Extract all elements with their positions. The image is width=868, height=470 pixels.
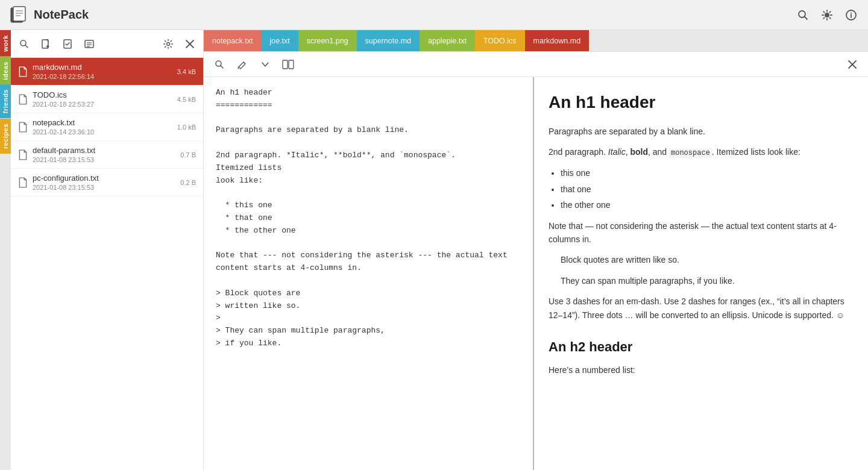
svg-line-34 [221, 66, 223, 68]
file-item[interactable]: TODO.ics 2021-02-18 22:53:27 4.5 kB [11, 86, 203, 113]
sidebar-tab-recipes[interactable]: recipes [0, 119, 11, 154]
svg-point-30 [167, 42, 170, 45]
tab-markdown[interactable]: markdown.md [525, 30, 590, 51]
tab-notepack[interactable]: notepack.txt [204, 30, 261, 51]
blockquote-p1: Block quotes are written like so. [561, 253, 854, 266]
file-name: default-params.txt [33, 146, 175, 155]
file-name: TODO.ics [33, 90, 172, 99]
app-name: NotePack [34, 8, 89, 22]
file-name: markdown.md [33, 63, 172, 72]
raw-editor[interactable]: An h1 header ============ Paragraphs are… [204, 77, 534, 470]
blockquote-p2: They can span multiple paragraphs, if yo… [561, 274, 854, 287]
svg-line-15 [823, 17, 824, 18]
editor-toolbar [204, 52, 868, 77]
file-item[interactable]: markdown.md 2021-02-18 22:56:14 3.4 kB [11, 58, 203, 86]
editor-split: An h1 header ============ Paragraphs are… [204, 77, 868, 470]
list-icon[interactable] [81, 36, 98, 52]
preview-list: this one that one the other one [561, 166, 854, 212]
file-meta: default-params.txt 2021-01-08 23:15:53 [33, 146, 175, 163]
svg-line-35 [244, 62, 245, 64]
file-item[interactable]: default-params.txt 2021-01-08 23:15:53 0… [11, 141, 203, 169]
file-icon [18, 122, 28, 133]
panel-close-icon[interactable] [181, 36, 198, 52]
svg-point-18 [851, 12, 852, 13]
preview-panel: An h1 header Paragraphs are separated by… [534, 77, 868, 470]
info-icon[interactable] [844, 8, 858, 22]
svg-point-7 [825, 13, 829, 17]
svg-rect-1 [13, 7, 25, 21]
svg-line-20 [25, 45, 28, 48]
file-size: 3.4 kB [177, 68, 196, 75]
app-logo: NotePack [10, 5, 89, 25]
list-item: that one [561, 183, 854, 196]
editor-search-icon[interactable] [211, 56, 228, 73]
svg-line-36 [238, 67, 239, 69]
svg-rect-38 [289, 60, 294, 69]
file-date: 2021-01-08 23:15:53 [33, 156, 175, 163]
main-layout: work ideas friends recipes [0, 30, 868, 470]
svg-line-14 [829, 11, 830, 12]
svg-line-6 [805, 16, 808, 19]
editor-close-icon[interactable] [844, 56, 861, 73]
svg-line-13 [829, 17, 830, 18]
sidebar-tab-ideas[interactable]: ideas [0, 57, 11, 85]
preview-blockquote: Block quotes are written like so. They c… [549, 253, 854, 287]
file-icon [18, 177, 28, 188]
preview-p2: 2nd paragraph. Italic, bold, and monospa… [549, 145, 854, 159]
list-item: the other one [561, 198, 854, 212]
file-size: 0.7 B [180, 151, 196, 158]
tab-joe[interactable]: joe.txt [261, 30, 298, 51]
tab-bar: notepack.txt joe.txt screen1.png superno… [204, 30, 868, 52]
file-meta: pc-configuration.txt 2021-01-08 23:15:53 [33, 174, 175, 191]
preview-h2: An h2 header [549, 336, 854, 357]
preview-p5: Here’s a numbered list: [549, 363, 854, 377]
file-panel-toolbar [11, 30, 203, 58]
check-icon[interactable] [59, 36, 76, 52]
file-size: 1.0 kB [177, 124, 196, 131]
file-meta: TODO.ics 2021-02-18 22:53:27 [33, 90, 172, 108]
file-list: markdown.md 2021-02-18 22:56:14 3.4 kB T… [11, 58, 203, 470]
editor-pencil-icon[interactable] [234, 56, 251, 73]
preview-h1: An h1 header [549, 89, 854, 116]
editor-columns-icon[interactable] [280, 56, 297, 73]
file-icon [18, 149, 28, 160]
file-date: 2021-01-08 23:15:53 [33, 184, 175, 191]
file-date: 2021-02-18 22:56:14 [33, 73, 172, 80]
preview-p3: Note that — not considering the asterisk… [549, 219, 854, 246]
new-file-icon[interactable] [37, 36, 54, 52]
settings-icon[interactable] [160, 36, 177, 52]
file-panel: markdown.md 2021-02-18 22:56:14 3.4 kB T… [11, 30, 204, 470]
sidebar-tabs: work ideas friends recipes [0, 30, 11, 470]
svg-line-12 [823, 11, 824, 12]
file-meta: markdown.md 2021-02-18 22:56:14 [33, 63, 172, 80]
tab-supernote[interactable]: supernote.md [357, 30, 420, 51]
file-meta: notepack.txt 2021-02-14 23:36:10 [33, 118, 172, 136]
file-search-icon[interactable] [16, 36, 33, 52]
file-date: 2021-02-14 23:36:10 [33, 128, 172, 136]
topbar-actions [796, 8, 858, 22]
preview-code: monospace [669, 148, 712, 158]
file-size: 0.2 B [180, 179, 196, 186]
file-item[interactable]: notepack.txt 2021-02-14 23:36:10 1.0 kB [11, 113, 203, 141]
topbar: NotePack [0, 0, 868, 30]
brightness-icon[interactable] [820, 8, 834, 22]
preview-italic: Italic [608, 147, 626, 157]
content-area: notepack.txt joe.txt screen1.png superno… [204, 30, 868, 470]
tab-applepie[interactable]: applepie.txt [420, 30, 475, 51]
tab-todo[interactable]: TODO.ics [475, 30, 525, 51]
tab-screen1[interactable]: screen1.png [298, 30, 357, 51]
list-item: this one [561, 166, 854, 180]
logo-icon [10, 5, 29, 25]
file-item[interactable]: pc-configuration.txt 2021-01-08 23:15:53… [11, 169, 203, 196]
file-date: 2021-02-18 22:53:27 [33, 101, 172, 108]
preview-bold: bold [630, 147, 648, 157]
file-icon [18, 94, 28, 105]
editor-dropdown-icon[interactable] [257, 56, 274, 73]
sidebar-tab-friends[interactable]: friends [0, 84, 11, 118]
preview-p1: Paragraphs are separated by a blank line… [549, 125, 854, 138]
editor-wrapper: An h1 header ============ Paragraphs are… [204, 52, 868, 470]
sidebar-tab-work[interactable]: work [0, 30, 11, 57]
file-icon [18, 66, 28, 77]
search-icon[interactable] [796, 8, 810, 22]
svg-rect-37 [283, 60, 288, 69]
